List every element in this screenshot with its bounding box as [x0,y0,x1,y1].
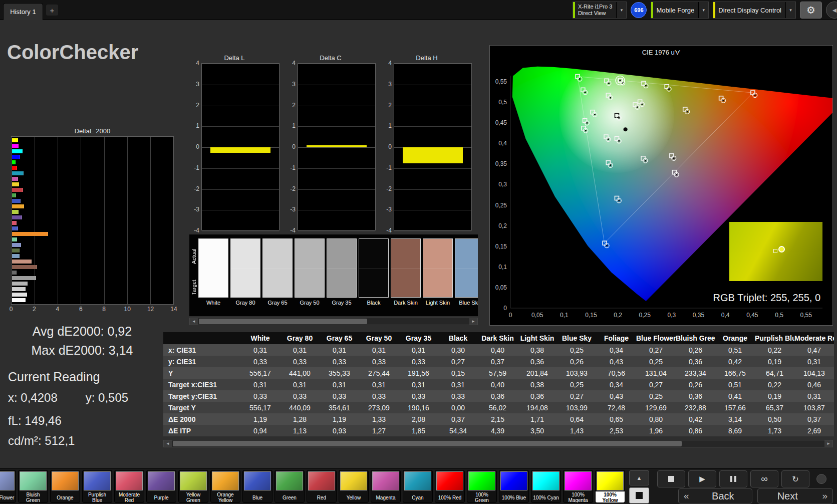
loop-button[interactable]: ∞ [750,470,778,487]
chart-title: DeltaE 2000 [6,126,179,136]
y-tick-label: 3 [388,81,392,88]
measurement-count-badge[interactable]: 696 [631,2,647,18]
meter-dropdown[interactable]: X-Rite i1Pro 3 Direct View ▾ [573,2,627,19]
back-button[interactable]: « Back [678,488,752,503]
table-cell: 0,64 [557,413,597,425]
patch-button-magenta[interactable]: Magenta [371,470,401,503]
tab-history-1[interactable]: History 1 [3,3,43,20]
patch-button-blue-flower[interactable]: Blue Flower [0,470,16,503]
patch-button-blue[interactable]: Blue [242,470,272,503]
table-row-target-x-cie31: Target x:CIE310,310,310,310,310,310,310,… [163,379,834,390]
collapse-panel-button[interactable]: ◀ [826,2,837,19]
y-axis: 43210-1-2-3-4 [382,63,394,230]
patch-button-purplish-blue[interactable]: Purplish Blue [82,470,112,503]
pause-button[interactable] [719,470,747,487]
topbar: History 1 + X-Rite i1Pro 3 Direct View ▾… [0,0,837,20]
gridline [104,137,105,304]
swatch-label: Gray 35 [327,300,357,306]
patch-button-100-magenta[interactable]: 100% Magenta [563,470,593,503]
gridline [298,106,375,106]
y-tick-label: -1 [194,164,199,171]
refresh-button[interactable]: ↻ [781,470,809,487]
stop-button[interactable] [657,470,685,487]
patch-button-orange-yellow[interactable]: Orange Yellow [210,470,240,503]
table-cell: 275,44 [359,367,399,379]
add-tab-button[interactable]: + [46,5,58,16]
swatch-label: White [198,300,228,306]
scrollbar-track[interactable] [172,440,824,447]
table-cell: 0,25 [557,344,597,356]
table-cell: 8,69 [715,425,755,436]
table-cell: 1,27 [359,425,399,436]
source-dropdown[interactable]: Mobile Forge ▾ [651,2,709,19]
scrollbar-track[interactable] [198,318,469,325]
table-cell: 0,22 [755,379,794,390]
deltae-bar-gray-35 [12,276,36,280]
swatch-color [327,238,357,298]
x-tick-label: 2 [33,306,36,313]
chart-title: CIE 1976 u'v' [490,49,832,56]
patch-label: 100% Red [435,491,464,503]
table-cell: 0,34 [597,344,636,356]
patch-button-100-green[interactable]: 100% Green [467,470,497,503]
patch-color [340,471,367,490]
column-header-white: White [240,332,280,344]
patch-button-red[interactable]: Red [307,470,337,503]
play-button[interactable]: ▶ [688,470,716,487]
table-cell: 2,15 [478,413,517,425]
patch-button-green[interactable]: Green [274,470,305,503]
x-tick-label: 0 [509,312,512,319]
patch-button-100-blue[interactable]: 100% Blue [499,470,529,503]
y-tick-label: 0,3 [498,181,507,188]
gridline [298,85,375,85]
table-cell: 0,31 [280,344,320,356]
table-cell: 103,93 [557,367,597,379]
x-tick-label: 0,2 [614,312,622,319]
scroll-right-icon[interactable]: ► [824,440,832,447]
table-cell: 54,34 [438,425,478,436]
y-tick-label: 4 [388,60,392,67]
chevron-down-icon[interactable]: ▾ [698,2,708,18]
tab-label: History 1 [10,8,36,16]
settings-button[interactable]: ⚙ [800,2,822,19]
patch-button-bluish-green[interactable]: Bluish Green [18,470,48,503]
eject-button[interactable]: ▲ [629,470,649,485]
table-cell: 0,15 [438,367,478,379]
patch-button-100-red[interactable]: 100% Red [435,470,465,503]
scroll-left-icon[interactable]: ◄ [164,440,172,447]
chevron-down-icon[interactable]: ▾ [616,2,626,18]
table-cell: 57,59 [478,367,517,379]
chevron-down-icon[interactable]: ▾ [785,2,795,18]
table-cell: 0,27 [636,344,676,356]
patch-button-purple[interactable]: Purple [146,470,176,503]
patch-button-moderate-red[interactable]: Moderate Red [114,470,144,503]
scrollbar-thumb[interactable] [199,319,367,324]
gridline [394,126,471,127]
table-cell: 0,38 [517,379,557,390]
table-cell: 2,53 [597,425,636,436]
patch-button-100-cyan[interactable]: 100% Cyan [531,470,561,503]
patch-button-orange[interactable]: Orange [50,470,80,503]
display-control-dropdown[interactable]: Direct Display Control ▾ [713,2,796,19]
scrollbar-thumb[interactable] [173,441,682,446]
patch-label: 100% Magenta [564,491,593,503]
deltae-bar-gray-80 [12,293,27,297]
pattern-window-button[interactable] [629,487,649,503]
patch-button-cyan[interactable]: Cyan [403,470,433,503]
patch-button-100-yellow[interactable]: 100% Yellow [595,470,625,503]
actual-swatch [199,239,228,268]
table-cell: 0,31 [359,379,399,390]
patch-button-yellow-green[interactable]: Yellow Green [178,470,208,503]
gridline [298,189,375,190]
swatch-strip-scrollbar[interactable]: ◄ ► [189,318,478,325]
table-cell: 0,33 [399,390,438,402]
inset-measured-marker [778,246,785,253]
next-button[interactable]: Next » [757,488,833,503]
patch-button-yellow[interactable]: Yellow [339,470,369,503]
table-scrollbar[interactable]: ◄ ► [163,440,833,447]
patch-color [116,471,143,490]
scroll-right-icon[interactable]: ► [469,318,477,325]
deltae-bar-100-yellow [12,138,18,142]
scroll-left-icon[interactable]: ◄ [190,318,198,325]
max-de2000: Max dE2000: 3,14 [8,343,156,358]
